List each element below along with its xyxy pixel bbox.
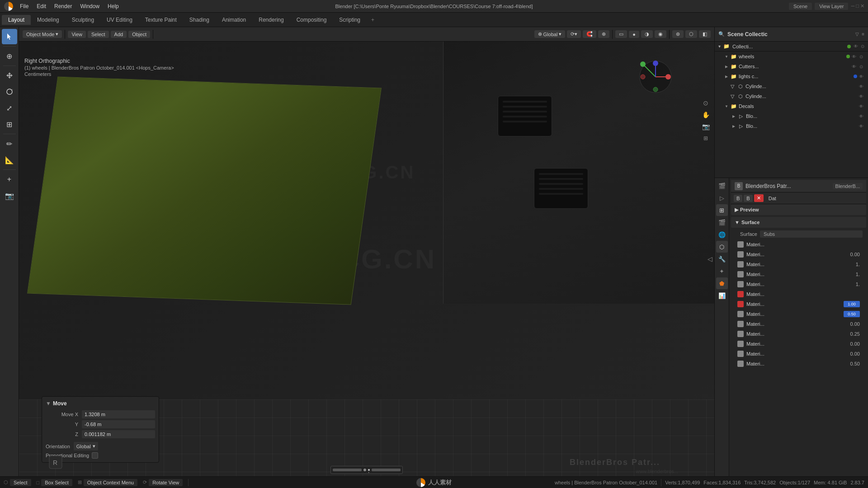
outliner-item-cutters[interactable]: 📁 Cutters... 👁 ⊙ <box>715 61 868 71</box>
tool-cursor[interactable]: ⊕ <box>2 48 17 64</box>
shading-wire[interactable]: ▭ <box>615 30 627 38</box>
tab-uv-editing[interactable]: UV Editing <box>100 15 139 25</box>
menu-help[interactable]: Help <box>104 2 123 10</box>
material-item-8[interactable]: Materi... 0.00 <box>735 319 863 329</box>
wheels-toggle[interactable] <box>724 54 729 59</box>
material-item-0[interactable]: Materi... <box>735 239 863 249</box>
prop-view-layer-btn[interactable]: ⊞ <box>716 204 728 216</box>
material-item-1[interactable]: Materi... 0.00 <box>735 249 863 259</box>
zoom-extent-icon[interactable]: ⊙ <box>701 98 711 108</box>
blo2-toggle[interactable] <box>731 123 736 129</box>
material-item-12[interactable]: Materi... 0.50 <box>735 359 863 369</box>
node-b-btn[interactable]: B <box>734 195 742 202</box>
surface-header[interactable]: ▼ Surface <box>731 217 866 228</box>
menu-edit[interactable]: Edit <box>33 2 50 10</box>
prop-world-btn[interactable]: 🌐 <box>716 229 728 240</box>
view-layer-selector[interactable]: View Layer <box>815 3 848 10</box>
cutters-restrict[interactable]: ⊙ <box>858 63 864 70</box>
tab-compositing[interactable]: Compositing <box>290 15 333 25</box>
mode-selector[interactable]: Object Mode ▾ <box>23 30 62 38</box>
object-menu[interactable]: Object <box>128 31 150 38</box>
material-item-5[interactable]: Materi... <box>735 289 863 299</box>
move-x-value[interactable]: 1.3208 m <box>82 410 155 418</box>
material-item-10[interactable]: Materi... 0.00 <box>735 339 863 349</box>
lights-eye[interactable]: 👁 <box>858 73 864 80</box>
tool-scale[interactable]: ⤢ <box>2 100 17 116</box>
node-x-btn[interactable]: ✕ <box>754 194 764 202</box>
restrict-icon-2[interactable]: ⊙ <box>861 44 864 49</box>
outliner-item-cylinder2[interactable]: ▽ ⬡ Cylinde... 👁 <box>715 91 868 101</box>
box-select-label[interactable]: Box Select <box>41 479 72 486</box>
tool-select[interactable] <box>2 29 17 44</box>
shading-solid[interactable]: ● <box>629 31 639 38</box>
tab-scripting[interactable]: Scripting <box>333 15 367 25</box>
blo1-toggle[interactable] <box>731 113 736 119</box>
transform-pivot-btn[interactable]: ⟳▾ <box>567 30 581 38</box>
tab-shading[interactable]: Shading <box>183 15 216 25</box>
material-item-3[interactable]: Materi... 1. <box>735 269 863 279</box>
snap-toggle[interactable]: 🧲 <box>583 30 596 38</box>
menu-file[interactable]: File <box>16 2 32 10</box>
restrict-icon-1[interactable]: 👁 <box>854 44 858 49</box>
cylinder1-eye[interactable]: 👁 <box>858 83 864 89</box>
tool-rotate[interactable] <box>2 84 17 99</box>
node-b2-btn[interactable]: B <box>744 195 752 202</box>
prop-data-btn[interactable]: 📊 <box>716 290 728 301</box>
outliner-item-decals[interactable]: 📁 Decals 👁 <box>715 101 868 111</box>
sidebar-toggle[interactable]: ◁ <box>708 255 712 263</box>
cutters-eye[interactable]: 👁 <box>851 63 857 70</box>
collapse-all-icon[interactable]: ▾ <box>718 44 721 49</box>
outliner-item-wheels[interactable]: 📁 wheels 👁 ⊙ <box>715 52 868 61</box>
tool-measure[interactable]: 📐 <box>2 152 17 168</box>
viewport-gizmo[interactable] <box>637 59 674 95</box>
tab-layout[interactable]: Layout <box>2 15 31 25</box>
prop-scene-btn[interactable]: 🎬 <box>716 216 728 228</box>
proportional-edit[interactable]: ⊕ <box>598 30 609 38</box>
add-workspace-button[interactable]: + <box>367 15 379 25</box>
prop-output-btn[interactable]: ▷ <box>716 192 728 204</box>
camera-view-icon[interactable]: 📷 <box>701 122 711 131</box>
view-menu[interactable]: View <box>68 31 86 38</box>
tab-animation[interactable]: Animation <box>216 15 252 25</box>
tool-camera[interactable]: 📷 <box>2 188 17 203</box>
context-menu-label[interactable]: Object Context Menu <box>84 479 137 486</box>
material-item-11[interactable]: Materi... 0.00 <box>735 349 863 359</box>
blender-logo-icon[interactable] <box>4 1 14 11</box>
hand-pan-icon[interactable]: ✋ <box>701 110 711 120</box>
shading-rendered[interactable]: ◉ <box>655 30 666 38</box>
material-item-7[interactable]: Materi... 0.50 <box>735 309 863 319</box>
material-item-9[interactable]: Materi... 0.25 <box>735 329 863 339</box>
surface-type-dropdown[interactable]: Subs <box>760 230 863 238</box>
scene-selector[interactable]: Scene <box>789 3 812 10</box>
grid-view-icon[interactable]: ⊞ <box>701 133 711 143</box>
scrubber-handle[interactable] <box>363 469 366 471</box>
visibility-dot-1[interactable] <box>847 45 851 48</box>
prop-particles-btn[interactable]: ✦ <box>716 265 728 277</box>
tool-annotate[interactable]: ✏ <box>2 136 17 151</box>
tool-transform[interactable]: ⊞ <box>2 117 17 132</box>
tab-modeling[interactable]: Modeling <box>31 15 66 25</box>
outliner-item-blo1[interactable]: ▷ Blo... 👁 <box>715 111 868 121</box>
cutters-toggle[interactable] <box>724 64 729 69</box>
tab-texture-paint[interactable]: Texture Paint <box>139 15 183 25</box>
blenderbros-dropdown[interactable]: BlenderB... <box>833 183 863 189</box>
blenderbros-header[interactable]: B BlenderBros Patr... BlenderB... <box>731 180 866 192</box>
blo1-eye[interactable]: 👁 <box>858 113 864 119</box>
xray-toggle[interactable]: ◧ <box>699 30 711 38</box>
material-item-2[interactable]: Materi... 1. <box>735 259 863 269</box>
decals-eye[interactable]: 👁 <box>858 103 864 109</box>
timeline-scrubber[interactable]: · <box>330 466 403 474</box>
add-menu[interactable]: Add <box>111 31 127 38</box>
move-z-value[interactable]: 0.001182 m <box>82 430 155 438</box>
viewport-area[interactable]: Object Mode ▾ View Select Add Object ⊕ G… <box>19 27 714 476</box>
operator-toggle[interactable]: ▼ <box>46 400 51 407</box>
tab-rendering[interactable]: Rendering <box>252 15 290 25</box>
cylinder2-eye[interactable]: 👁 <box>858 93 864 99</box>
menu-render[interactable]: Render <box>51 2 75 10</box>
move-y-value[interactable]: -0.68 m <box>82 420 155 428</box>
tool-move[interactable] <box>2 68 17 83</box>
prop-material-btn[interactable]: ⬟ <box>716 277 728 289</box>
shading-material[interactable]: ◑ <box>641 30 653 38</box>
prop-object-btn[interactable]: ⬡ <box>716 241 728 253</box>
select-tool-label[interactable]: Select <box>10 479 31 486</box>
